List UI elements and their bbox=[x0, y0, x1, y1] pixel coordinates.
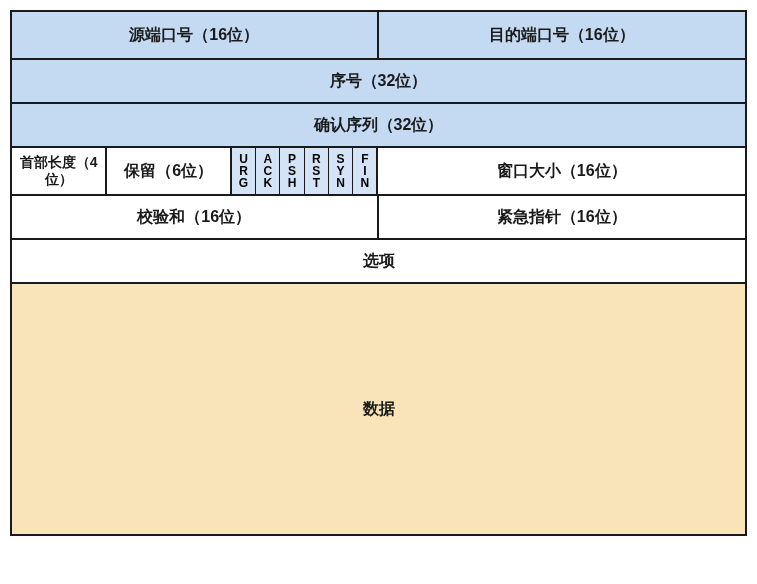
data-field: 数据 bbox=[12, 284, 745, 534]
flag-fin: F I N bbox=[353, 148, 376, 194]
flag-ack: A C K bbox=[256, 148, 280, 194]
row-ack: 确认序列（32位） bbox=[12, 104, 745, 148]
tcp-header-diagram: 源端口号（16位） 目的端口号（16位） 序号（32位） 确认序列（32位） 首… bbox=[10, 10, 747, 536]
flag-syn: S Y N bbox=[329, 148, 353, 194]
flag-urg: U R G bbox=[232, 148, 256, 194]
row-options: 选项 bbox=[12, 240, 745, 284]
checksum-field: 校验和（16位） bbox=[12, 196, 379, 238]
reserved-field: 保留（6位） bbox=[107, 148, 232, 194]
dest-port-field: 目的端口号（16位） bbox=[379, 12, 746, 58]
row-data: 数据 bbox=[12, 284, 745, 534]
header-length-field: 首部长度（4位） bbox=[12, 148, 107, 194]
row-checksum: 校验和（16位） 紧急指针（16位） bbox=[12, 196, 745, 240]
flags-group: U R G A C K P S H R S T S Y N bbox=[232, 148, 379, 194]
flag-psh: P S H bbox=[280, 148, 304, 194]
flag-rst: R S T bbox=[305, 148, 329, 194]
window-size-field: 窗口大小（16位） bbox=[378, 148, 745, 194]
urgent-pointer-field: 紧急指针（16位） bbox=[379, 196, 746, 238]
sequence-number-field: 序号（32位） bbox=[12, 60, 745, 102]
row-flags: 首部长度（4位） 保留（6位） U R G A C K P S H R S T bbox=[12, 148, 745, 196]
row-sequence: 序号（32位） bbox=[12, 60, 745, 104]
ack-number-field: 确认序列（32位） bbox=[12, 104, 745, 146]
options-field: 选项 bbox=[12, 240, 745, 282]
row-ports: 源端口号（16位） 目的端口号（16位） bbox=[12, 12, 745, 60]
source-port-field: 源端口号（16位） bbox=[12, 12, 379, 58]
